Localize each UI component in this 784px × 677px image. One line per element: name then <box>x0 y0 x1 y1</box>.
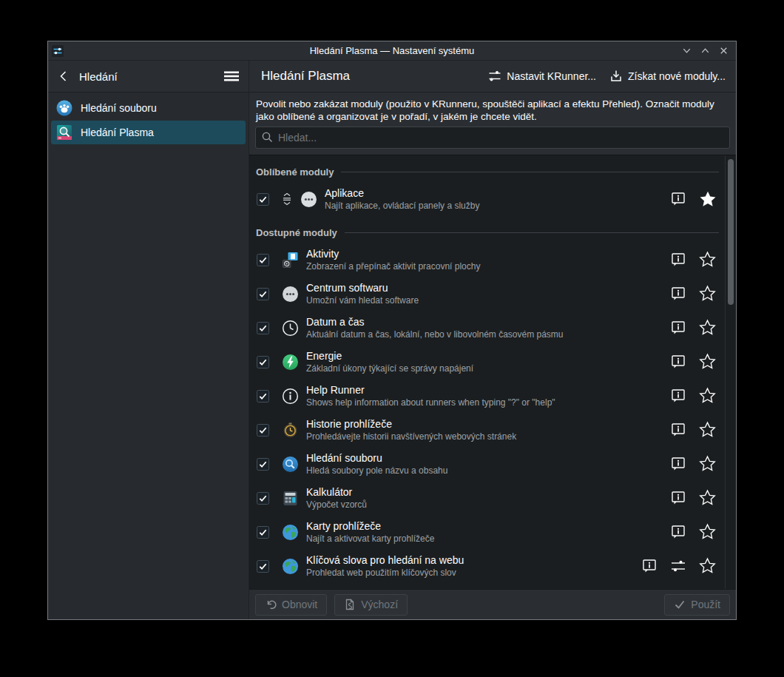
module-title: Aplikace <box>325 187 658 200</box>
defaults-button[interactable]: Výchozí <box>334 594 408 616</box>
window-title: Hledání Plasma — Nastavení systému <box>48 45 736 56</box>
scrollbar-thumb[interactable] <box>728 159 734 305</box>
undo-icon <box>265 599 277 610</box>
module-row-aplikace[interactable]: Aplikace Najít aplikace, ovládací panely… <box>256 182 719 216</box>
module-title: Centrum softwaru <box>306 282 658 294</box>
module-description-text: Povolit nebo zakázat moduly (použito v K… <box>249 92 736 123</box>
module-title: Help Runner <box>306 384 658 397</box>
browser-history-icon <box>282 422 299 439</box>
browser-tabs-globe-icon <box>282 524 299 541</box>
favorite-star-button[interactable] <box>699 557 717 575</box>
section-divider <box>341 172 719 172</box>
help-info-icon <box>282 388 299 405</box>
info-button[interactable] <box>670 388 686 404</box>
module-title: Kalkulátor <box>306 486 658 499</box>
get-new-modules-button[interactable]: Získat nové moduly... <box>609 70 726 83</box>
info-button[interactable] <box>670 354 686 370</box>
module-checkbox[interactable] <box>257 424 269 437</box>
module-checkbox[interactable] <box>257 254 269 266</box>
apply-button[interactable]: Použít <box>664 594 730 616</box>
module-row-aktivity[interactable]: Aktivity Zobrazení a přepínač aktivit pr… <box>256 243 719 277</box>
available-section-title: Dostupné moduly <box>256 227 337 238</box>
info-button[interactable] <box>670 191 686 207</box>
module-title: Energie <box>306 350 658 363</box>
page-title: Hledání Plasma <box>261 69 475 84</box>
module-row-centrum-softwaru[interactable]: Centrum softwaru Umožní vám hledat softw… <box>256 277 719 311</box>
favorite-star-button[interactable] <box>699 421 717 439</box>
info-button[interactable] <box>670 252 686 268</box>
module-row-klicova-slova[interactable]: Klíčová slova pro hledání na webu Prohle… <box>256 549 719 583</box>
reset-button[interactable]: Obnovit <box>255 594 327 616</box>
info-button[interactable] <box>670 320 686 336</box>
module-row-energie[interactable]: Energie Základní úkony týkající se správ… <box>256 345 719 379</box>
module-row-kalkulator[interactable]: Kalkulátor Výpočet vzorců <box>256 481 719 515</box>
module-subtitle: Hledá soubory pole názvu a obsahu <box>306 465 658 476</box>
module-checkbox[interactable] <box>257 193 269 206</box>
back-button[interactable] <box>57 70 70 83</box>
hamburger-menu-button[interactable] <box>223 70 240 83</box>
module-checkbox[interactable] <box>257 288 269 300</box>
module-settings-button[interactable] <box>670 558 686 574</box>
module-row-datum-a-cas[interactable]: Datum a čas Aktuální datum a čas, lokáln… <box>256 311 719 345</box>
get-new-modules-label: Získat nové moduly... <box>628 70 726 82</box>
software-center-icon <box>282 286 299 303</box>
scrollbar-track[interactable] <box>725 155 736 589</box>
defaults-label: Výchozí <box>361 599 398 610</box>
info-button[interactable] <box>670 524 686 540</box>
favorite-star-button[interactable] <box>699 251 717 269</box>
module-checkbox[interactable] <box>257 390 269 403</box>
search-input[interactable] <box>255 127 730 149</box>
favorite-star-button[interactable] <box>699 455 717 473</box>
search-icon <box>261 131 274 144</box>
module-row-historie-prohlizece[interactable]: Historie prohlížeče Prohledávejte histor… <box>256 413 719 447</box>
search-field-wrap <box>255 127 730 149</box>
favorite-star-button[interactable] <box>699 489 717 507</box>
clock-icon <box>282 320 299 337</box>
document-defaults-icon <box>344 599 356 610</box>
module-subtitle: Umožní vám hledat software <box>306 295 658 306</box>
sidebar-item-label: Hledání souboru <box>81 102 157 114</box>
close-button[interactable] <box>717 44 730 58</box>
module-row-hledani-souboru[interactable]: Hledání souboru Hledá soubory pole názvu… <box>256 447 719 481</box>
module-checkbox[interactable] <box>257 560 269 573</box>
sidebar-item-file-search[interactable]: Hledání souboru <box>51 96 246 120</box>
module-subtitle: Najít aplikace, ovládací panely a služby <box>325 201 658 212</box>
module-checkbox[interactable] <box>257 492 269 505</box>
module-checkbox[interactable] <box>257 322 269 334</box>
module-title: Hledání souboru <box>306 452 658 465</box>
sidebar-item-plasma-search[interactable]: Hledání Plasma <box>51 121 246 144</box>
calculator-icon <box>282 490 299 507</box>
page-header: Hledání Plasma Nastavit KRunner... Získa… <box>249 61 736 92</box>
module-checkbox[interactable] <box>257 356 269 368</box>
info-button[interactable] <box>670 490 686 506</box>
favorite-star-button[interactable] <box>699 190 717 208</box>
module-checkbox[interactable] <box>257 526 269 539</box>
favorite-star-button[interactable] <box>699 387 717 405</box>
favorite-star-button[interactable] <box>699 319 717 337</box>
minimize-button[interactable] <box>680 44 693 58</box>
info-button[interactable] <box>641 558 658 574</box>
web-shortcuts-globe-icon <box>282 558 299 575</box>
favorite-star-button[interactable] <box>699 353 717 371</box>
info-button[interactable] <box>670 286 686 302</box>
module-row-karty-prohlizece[interactable]: Karty prohlížeče Najít a aktivovat karty… <box>256 515 719 549</box>
file-search-paw-icon <box>56 100 72 116</box>
favorite-star-button[interactable] <box>699 523 717 541</box>
module-title: Datum a čas <box>306 316 658 329</box>
drag-handle-icon[interactable] <box>282 192 292 206</box>
module-row-help-runner[interactable]: Help Runner Shows help information about… <box>256 379 719 413</box>
configure-krunner-label: Nastavit KRunner... <box>507 70 596 82</box>
favorite-star-button[interactable] <box>699 285 717 303</box>
favorites-section-header: Oblíbené moduly <box>256 161 719 182</box>
sidebar-item-label: Hledání Plasma <box>81 127 154 138</box>
maximize-button[interactable] <box>698 44 712 58</box>
configure-krunner-button[interactable]: Nastavit KRunner... <box>488 70 596 83</box>
module-checkbox[interactable] <box>257 458 269 471</box>
module-subtitle: Najít a aktivovat karty prohlížeče <box>306 533 658 545</box>
titlebar[interactable]: Hledání Plasma — Nastavení systému <box>48 41 736 61</box>
system-settings-app-icon <box>52 45 64 57</box>
info-button[interactable] <box>670 422 686 438</box>
info-button[interactable] <box>670 456 686 472</box>
module-subtitle: Prohledat web použitím klíčových slov <box>306 567 629 579</box>
system-settings-window: Hledání Plasma — Nastavení systému Hledá… <box>47 41 737 620</box>
